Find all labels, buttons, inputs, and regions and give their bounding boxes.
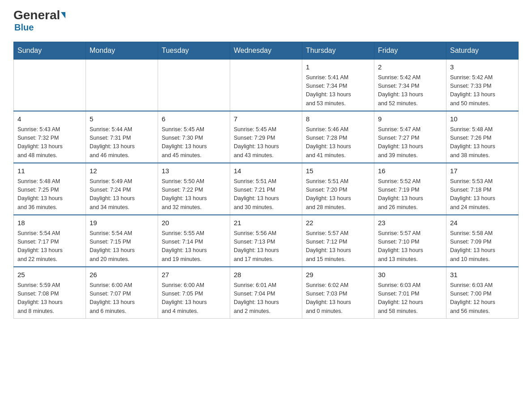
calendar-cell: 5Sunrise: 5:44 AM Sunset: 7:31 PM Daylig… — [86, 111, 158, 163]
calendar-cell: 24Sunrise: 5:58 AM Sunset: 7:09 PM Dayli… — [446, 215, 519, 267]
calendar-cell: 3Sunrise: 5:42 AM Sunset: 7:33 PM Daylig… — [446, 60, 519, 111]
column-header-friday: Friday — [374, 42, 446, 60]
page-header: General Blue — [13, 9, 519, 33]
calendar-week-row: 1Sunrise: 5:41 AM Sunset: 7:34 PM Daylig… — [14, 60, 519, 111]
calendar-cell: 11Sunrise: 5:48 AM Sunset: 7:25 PM Dayli… — [14, 163, 86, 215]
logo: General Blue — [13, 9, 65, 33]
calendar-cell: 2Sunrise: 5:42 AM Sunset: 7:34 PM Daylig… — [374, 60, 446, 111]
logo-general-text: General — [13, 9, 65, 21]
day-number: 18 — [17, 218, 82, 228]
day-number: 12 — [90, 166, 154, 176]
calendar-cell: 31Sunrise: 6:03 AM Sunset: 7:00 PM Dayli… — [446, 267, 519, 319]
calendar-cell: 25Sunrise: 5:59 AM Sunset: 7:08 PM Dayli… — [14, 267, 86, 319]
day-info: Sunrise: 5:53 AM Sunset: 7:18 PM Dayligh… — [450, 177, 515, 212]
day-info: Sunrise: 5:49 AM Sunset: 7:24 PM Dayligh… — [90, 177, 154, 212]
calendar-cell: 20Sunrise: 5:55 AM Sunset: 7:14 PM Dayli… — [158, 215, 230, 267]
column-header-sunday: Sunday — [14, 42, 86, 60]
calendar-cell: 17Sunrise: 5:53 AM Sunset: 7:18 PM Dayli… — [446, 163, 519, 215]
calendar-cell: 15Sunrise: 5:51 AM Sunset: 7:20 PM Dayli… — [302, 163, 374, 215]
day-number: 17 — [450, 166, 515, 176]
day-number: 25 — [17, 270, 82, 280]
day-info: Sunrise: 5:54 AM Sunset: 7:15 PM Dayligh… — [90, 229, 154, 264]
day-number: 26 — [90, 270, 154, 280]
day-info: Sunrise: 5:55 AM Sunset: 7:14 PM Dayligh… — [162, 229, 226, 264]
day-number: 5 — [90, 114, 154, 124]
day-info: Sunrise: 6:02 AM Sunset: 7:03 PM Dayligh… — [306, 281, 370, 316]
calendar-cell: 16Sunrise: 5:52 AM Sunset: 7:19 PM Dayli… — [374, 163, 446, 215]
calendar-cell — [86, 60, 158, 111]
day-info: Sunrise: 5:44 AM Sunset: 7:31 PM Dayligh… — [90, 125, 154, 160]
day-info: Sunrise: 5:46 AM Sunset: 7:28 PM Dayligh… — [306, 125, 370, 160]
day-number: 20 — [162, 218, 226, 228]
day-number: 30 — [378, 270, 442, 280]
day-number: 2 — [378, 62, 442, 73]
day-number: 9 — [378, 114, 442, 124]
logo-blue-text: Blue — [14, 22, 34, 33]
calendar-cell: 10Sunrise: 5:48 AM Sunset: 7:26 PM Dayli… — [446, 111, 519, 163]
day-info: Sunrise: 5:50 AM Sunset: 7:22 PM Dayligh… — [162, 177, 226, 212]
day-info: Sunrise: 5:52 AM Sunset: 7:19 PM Dayligh… — [378, 177, 442, 212]
calendar-cell: 30Sunrise: 6:03 AM Sunset: 7:01 PM Dayli… — [374, 267, 446, 319]
calendar-cell — [14, 60, 86, 111]
day-number: 28 — [234, 270, 298, 280]
day-number: 8 — [306, 114, 370, 124]
day-info: Sunrise: 5:45 AM Sunset: 7:29 PM Dayligh… — [234, 125, 298, 160]
calendar-cell: 21Sunrise: 5:56 AM Sunset: 7:13 PM Dayli… — [230, 215, 302, 267]
calendar-cell: 19Sunrise: 5:54 AM Sunset: 7:15 PM Dayli… — [86, 215, 158, 267]
day-info: Sunrise: 5:48 AM Sunset: 7:25 PM Dayligh… — [17, 177, 82, 212]
calendar-cell: 4Sunrise: 5:43 AM Sunset: 7:32 PM Daylig… — [14, 111, 86, 163]
day-info: Sunrise: 5:58 AM Sunset: 7:09 PM Dayligh… — [450, 229, 515, 264]
day-number: 31 — [450, 270, 515, 280]
day-number: 29 — [306, 270, 370, 280]
calendar-cell: 13Sunrise: 5:50 AM Sunset: 7:22 PM Dayli… — [158, 163, 230, 215]
day-info: Sunrise: 5:56 AM Sunset: 7:13 PM Dayligh… — [234, 229, 298, 264]
day-number: 3 — [450, 62, 515, 73]
column-header-thursday: Thursday — [302, 42, 374, 60]
calendar-cell: 26Sunrise: 6:00 AM Sunset: 7:07 PM Dayli… — [86, 267, 158, 319]
day-number: 21 — [234, 218, 298, 228]
calendar-cell — [230, 60, 302, 111]
calendar-week-row: 25Sunrise: 5:59 AM Sunset: 7:08 PM Dayli… — [14, 267, 519, 319]
calendar-cell: 23Sunrise: 5:57 AM Sunset: 7:10 PM Dayli… — [374, 215, 446, 267]
calendar-table: SundayMondayTuesdayWednesdayThursdayFrid… — [13, 42, 519, 319]
calendar-cell: 7Sunrise: 5:45 AM Sunset: 7:29 PM Daylig… — [230, 111, 302, 163]
day-info: Sunrise: 5:59 AM Sunset: 7:08 PM Dayligh… — [17, 281, 82, 316]
day-number: 6 — [162, 114, 226, 124]
calendar-week-row: 18Sunrise: 5:54 AM Sunset: 7:17 PM Dayli… — [14, 215, 519, 267]
day-info: Sunrise: 5:57 AM Sunset: 7:10 PM Dayligh… — [378, 229, 442, 264]
day-info: Sunrise: 6:03 AM Sunset: 7:01 PM Dayligh… — [378, 281, 442, 316]
day-info: Sunrise: 5:41 AM Sunset: 7:34 PM Dayligh… — [306, 73, 370, 108]
day-info: Sunrise: 5:57 AM Sunset: 7:12 PM Dayligh… — [306, 229, 370, 264]
column-header-wednesday: Wednesday — [230, 42, 302, 60]
day-info: Sunrise: 6:00 AM Sunset: 7:05 PM Dayligh… — [162, 281, 226, 316]
column-header-tuesday: Tuesday — [158, 42, 230, 60]
day-number: 11 — [17, 166, 82, 176]
day-number: 1 — [306, 62, 370, 73]
calendar-cell: 27Sunrise: 6:00 AM Sunset: 7:05 PM Dayli… — [158, 267, 230, 319]
calendar-week-row: 11Sunrise: 5:48 AM Sunset: 7:25 PM Dayli… — [14, 163, 519, 215]
day-info: Sunrise: 5:51 AM Sunset: 7:20 PM Dayligh… — [306, 177, 370, 212]
calendar-cell: 12Sunrise: 5:49 AM Sunset: 7:24 PM Dayli… — [86, 163, 158, 215]
calendar-cell: 1Sunrise: 5:41 AM Sunset: 7:34 PM Daylig… — [302, 60, 374, 111]
day-info: Sunrise: 6:01 AM Sunset: 7:04 PM Dayligh… — [234, 281, 298, 316]
day-number: 14 — [234, 166, 298, 176]
day-info: Sunrise: 5:48 AM Sunset: 7:26 PM Dayligh… — [450, 125, 515, 160]
day-info: Sunrise: 5:47 AM Sunset: 7:27 PM Dayligh… — [378, 125, 442, 160]
day-info: Sunrise: 5:42 AM Sunset: 7:33 PM Dayligh… — [450, 73, 515, 108]
calendar-cell: 18Sunrise: 5:54 AM Sunset: 7:17 PM Dayli… — [14, 215, 86, 267]
calendar-week-row: 4Sunrise: 5:43 AM Sunset: 7:32 PM Daylig… — [14, 111, 519, 163]
day-info: Sunrise: 5:43 AM Sunset: 7:32 PM Dayligh… — [17, 125, 82, 160]
calendar-cell: 29Sunrise: 6:02 AM Sunset: 7:03 PM Dayli… — [302, 267, 374, 319]
day-info: Sunrise: 6:03 AM Sunset: 7:00 PM Dayligh… — [450, 281, 515, 316]
column-header-saturday: Saturday — [446, 42, 519, 60]
day-number: 24 — [450, 218, 515, 228]
day-info: Sunrise: 5:54 AM Sunset: 7:17 PM Dayligh… — [17, 229, 82, 264]
calendar-header-row: SundayMondayTuesdayWednesdayThursdayFrid… — [14, 42, 519, 60]
day-info: Sunrise: 5:45 AM Sunset: 7:30 PM Dayligh… — [162, 125, 226, 160]
day-number: 13 — [162, 166, 226, 176]
day-info: Sunrise: 5:42 AM Sunset: 7:34 PM Dayligh… — [378, 73, 442, 108]
column-header-monday: Monday — [86, 42, 158, 60]
day-number: 19 — [90, 218, 154, 228]
calendar-cell: 6Sunrise: 5:45 AM Sunset: 7:30 PM Daylig… — [158, 111, 230, 163]
logo-triangle-icon — [61, 12, 65, 18]
